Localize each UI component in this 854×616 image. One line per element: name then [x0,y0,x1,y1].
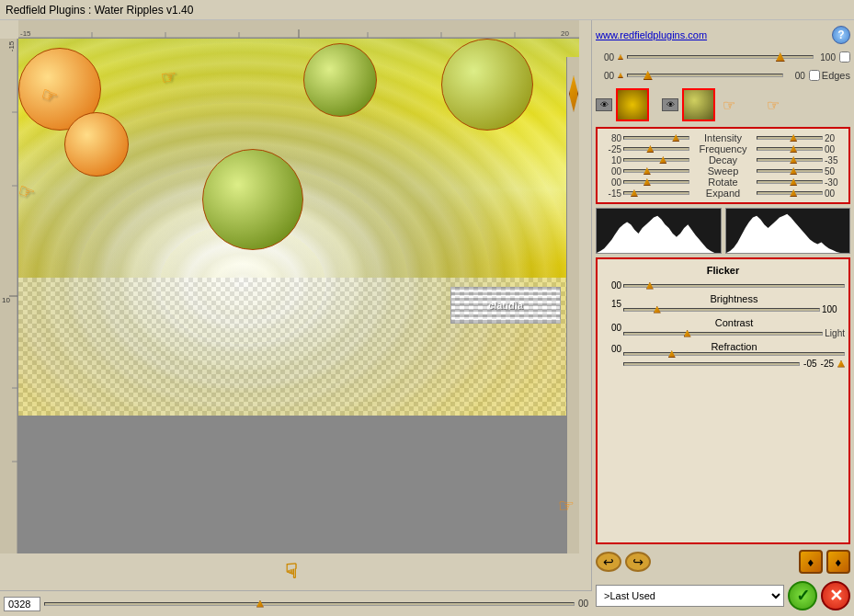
opacity-checkbox[interactable] [839,51,850,63]
website-link[interactable]: www.redfieldplugins.com [596,29,707,40]
param-thumb-3[interactable] [643,167,651,175]
opacity-slider[interactable] [627,55,814,59]
eye-icon-right[interactable]: 👁 [662,98,678,111]
contrast-left: 00 [601,323,621,333]
bottom-controls: ↩ ↩ ⬧ ⬧ [596,548,850,576]
cursor-arrow-5: ☞ [558,495,575,517]
canvas-area: -15 20 -15 [0,20,592,616]
param-thumb-5[interactable] [631,189,638,197]
vscroll-thumb[interactable] [569,75,578,112]
contrast-label: Contrast [623,317,845,328]
flicker-slider[interactable] [623,284,845,288]
refraction-val2: -25 [821,359,834,369]
undo-icon-symbol: ↩ [603,554,614,569]
bottom-slider-track[interactable] [44,602,575,606]
param-slider-5[interactable] [623,191,689,195]
param-slider-0[interactable] [623,136,689,140]
water-ripple-image: claudia ☞ ☞ ☞ ☞ [18,39,579,416]
brightness-slider[interactable] [623,308,820,312]
ruler-top: -15 20 [18,20,579,39]
param-left-1: -25 [601,144,621,154]
param-row-sweep: 00 Sweep 50 [601,165,845,177]
title-text: Redfield Plugins : Water Ripples v1.40 [6,4,193,17]
edges-checkbox[interactable] [809,70,820,81]
param-slider-right-2[interactable] [757,158,823,162]
param-label-5: Expand [691,188,756,199]
param-thumb-right-3[interactable] [790,167,797,175]
param-right-4: -30 [825,177,845,188]
param-left-4: 00 [601,177,621,188]
param-slider-right-1[interactable] [757,147,823,151]
param-thumb-1[interactable] [646,145,654,153]
edges-slider[interactable] [627,74,783,77]
flicker-slider-thumb[interactable] [646,282,654,290]
dice-button-2[interactable]: ⬧ [826,550,850,574]
param-thumb-4[interactable] [643,178,651,186]
param-row-intensity: 80 Intensity 20 [601,132,845,143]
preview-cursor-2: ☞ [767,97,780,114]
param-label-4: Rotate [691,177,756,188]
param-thumb-right-5[interactable] [790,189,797,197]
ok-button[interactable]: ✓ [788,581,817,610]
param-slider-4[interactable] [623,180,689,184]
param-slider-2[interactable] [623,158,689,162]
eye-icon-left[interactable]: 👁 [596,98,612,111]
light-label: Light [825,328,845,338]
flicker-slider-row: 00 [601,280,845,291]
contrast-slider-thumb[interactable] [684,330,691,337]
flicker-box: Flicker 00 15 Brightness 100 [596,257,850,544]
canvas-frame: claudia ☞ ☞ ☞ ☞ ☞ [18,39,579,553]
info-icon[interactable]: ? [832,26,850,44]
param-thumb-right-2[interactable] [790,156,797,164]
edges-left-val: 00 [596,71,614,81]
param-right-2: -35 [825,155,845,165]
histogram-left [596,208,722,254]
flicker-value: 00 [601,280,621,291]
bottom-slider-thumb[interactable] [256,600,264,608]
opacity-checkbox-container [839,51,850,63]
param-right-3: 50 [825,166,845,177]
param-thumb-right-1[interactable] [790,145,797,153]
ball-orange-topright [441,39,533,131]
param-slider-right-5[interactable] [757,191,823,195]
param-slider-1[interactable] [623,147,689,151]
param-slider-right-4[interactable] [757,180,823,184]
param-thumb-right-4[interactable] [790,178,797,186]
redo-icon-symbol: ↩ [632,554,643,569]
ball-orange-center [64,112,129,177]
preset-row: >Last UsedDefaultCustom 1Custom 2 ✓ ✕ [596,579,850,612]
refraction-slider-thumb[interactable] [668,350,676,358]
cursor-arrow-1: ☞ [159,65,179,90]
redo-button[interactable]: ↩ [625,552,651,572]
edges-thumb[interactable] [618,73,623,78]
param-slider-right-0[interactable] [757,136,823,140]
opacity-slider-thumb[interactable] [776,52,785,62]
brightness-row: 15 Brightness 100 [601,293,845,314]
brightness-section: Brightness 100 [623,293,845,314]
histogram-area [596,208,850,254]
canvas-vscroll[interactable]: ☞ [566,57,579,553]
dice-button-1[interactable]: ⬧ [799,550,823,574]
brightness-slider-thumb[interactable] [654,306,661,314]
contrast-slider[interactable] [623,332,823,336]
edges-row: 00 00 Edges [596,68,850,83]
undo-button[interactable]: ↩ [596,552,621,572]
param-thumb-0[interactable] [672,134,679,142]
preview-thumb-right[interactable] [682,88,715,121]
ball-green-bottom [202,149,303,250]
refraction-slider[interactable] [623,352,845,356]
edges-label: Edges [822,70,850,81]
refraction-sub-thumb[interactable] [837,360,845,368]
param-thumb-right-0[interactable] [790,134,797,142]
opacity-row: 00 100 [596,50,850,64]
ruler-left: -15 10 [0,39,18,553]
edges-slider-thumb[interactable] [643,71,653,80]
preset-dropdown[interactable]: >Last UsedDefaultCustom 1Custom 2 [596,585,784,607]
cancel-button[interactable]: ✕ [821,581,850,610]
opacity-thumb[interactable] [618,54,623,60]
param-thumb-2[interactable] [659,156,666,164]
cancel-icon: ✕ [829,586,843,606]
param-slider-right-3[interactable] [757,169,823,173]
param-slider-3[interactable] [623,169,689,173]
preview-thumb-left[interactable] [616,88,649,121]
